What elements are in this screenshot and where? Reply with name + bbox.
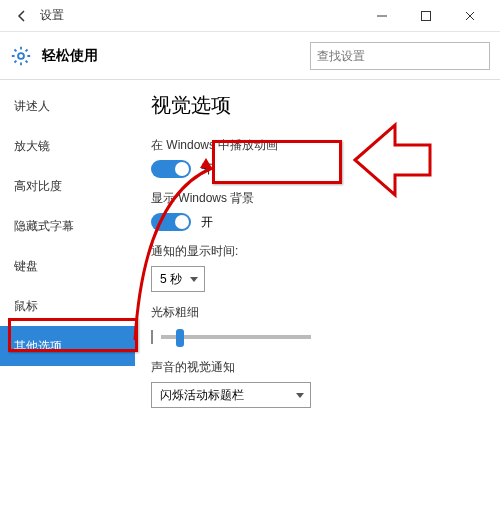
maximize-button[interactable] [404,2,448,30]
visual-notify-label: 声音的视觉通知 [151,359,484,376]
sidebar-item-label: 高对比度 [14,179,62,193]
play-animations-toggle[interactable] [151,160,191,178]
gear-icon [10,45,32,67]
sidebar-item-label: 隐藏式字幕 [14,219,74,233]
titlebar: 设置 [0,0,500,32]
sidebar-item-label: 键盘 [14,259,38,273]
minimize-icon [376,10,388,22]
slider-thumb[interactable] [176,329,184,347]
arrow-left-icon [15,9,29,23]
cursor-preview-icon [151,330,153,344]
window-title: 设置 [40,7,360,24]
visual-notify-combo[interactable]: 闪烁活动标题栏 [151,382,311,408]
play-animations-label: 在 Windows 中播放动画 [151,137,484,154]
sidebar-item-magnifier[interactable]: 放大镜 [0,126,135,166]
svg-point-2 [18,53,24,59]
show-background-toggle[interactable] [151,213,191,231]
sidebar: 讲述人 放大镜 高对比度 隐藏式字幕 键盘 鼠标 其他选项 [0,80,135,523]
notification-duration-label: 通知的显示时间: [151,243,484,260]
page-title: 轻松使用 [42,47,310,65]
close-button[interactable] [448,2,492,30]
notification-duration-combo[interactable]: 5 秒 [151,266,205,292]
minimize-button[interactable] [360,2,404,30]
close-icon [464,10,476,22]
header: 轻松使用 [0,32,500,80]
search-input[interactable] [310,42,490,70]
combo-value: 闪烁活动标题栏 [160,387,244,404]
sidebar-item-other-options[interactable]: 其他选项 [0,326,135,366]
back-button[interactable] [8,2,36,30]
toggle-state: 开 [201,214,213,231]
sidebar-item-label: 放大镜 [14,139,50,153]
sidebar-item-label: 鼠标 [14,299,38,313]
content-heading: 视觉选项 [151,92,484,119]
main: 讲述人 放大镜 高对比度 隐藏式字幕 键盘 鼠标 其他选项 视觉选项 在 Win… [0,80,500,523]
sidebar-item-narrator[interactable]: 讲述人 [0,86,135,126]
content: 视觉选项 在 Windows 中播放动画 开 显示 Windows 背景 开 通… [135,80,500,523]
sidebar-item-closed-captions[interactable]: 隐藏式字幕 [0,206,135,246]
sidebar-item-label: 讲述人 [14,99,50,113]
cursor-thickness-label: 光标粗细 [151,304,484,321]
sidebar-item-keyboard[interactable]: 键盘 [0,246,135,286]
sidebar-item-high-contrast[interactable]: 高对比度 [0,166,135,206]
sidebar-item-label: 其他选项 [14,339,62,353]
show-background-label: 显示 Windows 背景 [151,190,484,207]
combo-value: 5 秒 [160,271,182,288]
cursor-thickness-row [151,327,484,347]
maximize-icon [420,10,432,22]
toggle-state: 开 [201,161,213,178]
cursor-thickness-slider[interactable] [161,335,311,339]
svg-rect-1 [422,11,431,20]
sidebar-item-mouse[interactable]: 鼠标 [0,286,135,326]
